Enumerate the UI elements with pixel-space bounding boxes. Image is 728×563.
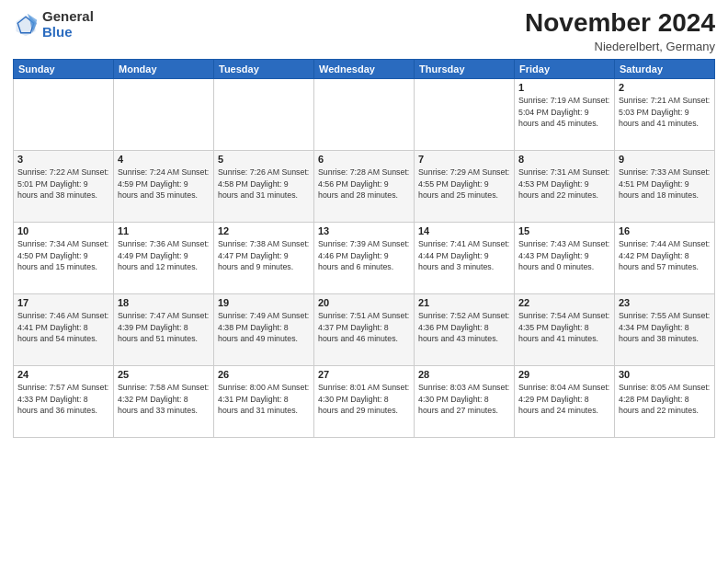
logo-icon [13, 12, 39, 38]
day-info: Sunrise: 7:28 AM Sunset: 4:56 PM Dayligh… [318, 167, 410, 201]
calendar-cell-4-5: 29Sunrise: 8:04 AM Sunset: 4:29 PM Dayli… [515, 365, 615, 437]
calendar-cell-1-5: 8Sunrise: 7:31 AM Sunset: 4:53 PM Daylig… [515, 150, 615, 222]
day-info: Sunrise: 7:39 AM Sunset: 4:46 PM Dayligh… [318, 238, 410, 273]
calendar-cell-2-0: 10Sunrise: 7:34 AM Sunset: 4:50 PM Dayli… [14, 222, 114, 293]
calendar-cell-1-6: 9Sunrise: 7:33 AM Sunset: 4:51 PM Daylig… [615, 150, 715, 222]
day-info: Sunrise: 8:05 AM Sunset: 4:28 PM Dayligh… [619, 382, 711, 417]
day-number: 14 [418, 225, 510, 236]
day-info: Sunrise: 7:44 AM Sunset: 4:42 PM Dayligh… [619, 238, 711, 273]
day-number: 22 [518, 297, 610, 308]
day-info: Sunrise: 8:04 AM Sunset: 4:29 PM Dayligh… [518, 382, 610, 417]
day-info: Sunrise: 8:00 AM Sunset: 4:31 PM Dayligh… [218, 382, 310, 417]
calendar-cell-2-4: 14Sunrise: 7:41 AM Sunset: 4:44 PM Dayli… [415, 222, 515, 293]
page: General Blue November 2024 Niederelbert,… [0, 0, 728, 563]
logo: General Blue [13, 9, 94, 40]
day-info: Sunrise: 7:36 AM Sunset: 4:49 PM Dayligh… [118, 238, 210, 273]
logo-general-text: General [42, 9, 94, 25]
calendar-cell-0-1 [114, 78, 214, 150]
calendar-cell-3-4: 21Sunrise: 7:52 AM Sunset: 4:36 PM Dayli… [415, 293, 515, 365]
day-number: 29 [518, 369, 610, 380]
calendar-cell-3-3: 20Sunrise: 7:51 AM Sunset: 4:37 PM Dayli… [314, 293, 415, 365]
calendar-cell-2-5: 15Sunrise: 7:43 AM Sunset: 4:43 PM Dayli… [515, 222, 615, 293]
calendar-cell-2-3: 13Sunrise: 7:39 AM Sunset: 4:46 PM Dayli… [314, 222, 415, 293]
calendar-cell-1-3: 6Sunrise: 7:28 AM Sunset: 4:56 PM Daylig… [314, 150, 415, 222]
day-info: Sunrise: 7:52 AM Sunset: 4:36 PM Dayligh… [418, 310, 510, 345]
title-area: November 2024 Niederelbert, Germany [525, 9, 715, 53]
calendar-cell-3-0: 17Sunrise: 7:46 AM Sunset: 4:41 PM Dayli… [14, 293, 114, 365]
day-number: 20 [318, 297, 410, 308]
day-number: 6 [318, 154, 410, 165]
calendar-cell-4-3: 27Sunrise: 8:01 AM Sunset: 4:30 PM Dayli… [314, 365, 415, 437]
week-row-4: 24Sunrise: 7:57 AM Sunset: 4:33 PM Dayli… [14, 365, 715, 437]
day-number: 9 [619, 154, 711, 165]
day-number: 10 [17, 225, 109, 236]
day-number: 18 [118, 297, 210, 308]
calendar-cell-1-2: 5Sunrise: 7:26 AM Sunset: 4:58 PM Daylig… [214, 150, 314, 222]
day-number: 7 [418, 154, 510, 165]
day-number: 19 [218, 297, 310, 308]
day-number: 2 [619, 82, 711, 93]
weekday-header-friday: Friday [515, 59, 615, 78]
day-number: 26 [218, 369, 310, 380]
calendar-cell-4-6: 30Sunrise: 8:05 AM Sunset: 4:28 PM Dayli… [615, 365, 715, 437]
calendar-cell-4-0: 24Sunrise: 7:57 AM Sunset: 4:33 PM Dayli… [14, 365, 114, 437]
day-info: Sunrise: 7:22 AM Sunset: 5:01 PM Dayligh… [17, 167, 109, 201]
day-number: 3 [17, 154, 109, 165]
day-number: 1 [518, 82, 610, 93]
day-info: Sunrise: 7:41 AM Sunset: 4:44 PM Dayligh… [418, 238, 510, 273]
day-info: Sunrise: 7:49 AM Sunset: 4:38 PM Dayligh… [218, 310, 310, 345]
calendar-cell-4-4: 28Sunrise: 8:03 AM Sunset: 4:30 PM Dayli… [415, 365, 515, 437]
day-number: 5 [218, 154, 310, 165]
day-info: Sunrise: 7:29 AM Sunset: 4:55 PM Dayligh… [418, 167, 510, 201]
calendar-cell-1-1: 4Sunrise: 7:24 AM Sunset: 4:59 PM Daylig… [114, 150, 214, 222]
location: Niederelbert, Germany [525, 40, 715, 53]
weekday-header-thursday: Thursday [415, 59, 515, 78]
weekday-header-monday: Monday [114, 59, 214, 78]
day-info: Sunrise: 7:19 AM Sunset: 5:04 PM Dayligh… [518, 95, 610, 130]
day-number: 24 [17, 369, 109, 380]
day-number: 23 [619, 297, 711, 308]
day-info: Sunrise: 8:03 AM Sunset: 4:30 PM Dayligh… [418, 382, 510, 417]
calendar-cell-0-6: 2Sunrise: 7:21 AM Sunset: 5:03 PM Daylig… [615, 78, 715, 150]
week-row-3: 17Sunrise: 7:46 AM Sunset: 4:41 PM Dayli… [14, 293, 715, 365]
day-info: Sunrise: 7:34 AM Sunset: 4:50 PM Dayligh… [17, 238, 109, 273]
weekday-header-saturday: Saturday [615, 59, 715, 78]
calendar-cell-2-1: 11Sunrise: 7:36 AM Sunset: 4:49 PM Dayli… [114, 222, 214, 293]
day-info: Sunrise: 7:58 AM Sunset: 4:32 PM Dayligh… [118, 382, 210, 417]
day-number: 27 [318, 369, 410, 380]
weekday-header-row: SundayMondayTuesdayWednesdayThursdayFrid… [14, 59, 715, 78]
calendar-cell-0-2 [214, 78, 314, 150]
calendar-cell-1-0: 3Sunrise: 7:22 AM Sunset: 5:01 PM Daylig… [14, 150, 114, 222]
calendar-cell-0-0 [14, 78, 114, 150]
calendar-table: SundayMondayTuesdayWednesdayThursdayFrid… [13, 59, 715, 438]
calendar-cell-0-3 [314, 78, 415, 150]
week-row-1: 3Sunrise: 7:22 AM Sunset: 5:01 PM Daylig… [14, 150, 715, 222]
day-info: Sunrise: 7:21 AM Sunset: 5:03 PM Dayligh… [619, 95, 711, 130]
calendar-cell-2-6: 16Sunrise: 7:44 AM Sunset: 4:42 PM Dayli… [615, 222, 715, 293]
month-title: November 2024 [525, 9, 715, 38]
calendar-cell-3-2: 19Sunrise: 7:49 AM Sunset: 4:38 PM Dayli… [214, 293, 314, 365]
weekday-header-wednesday: Wednesday [314, 59, 415, 78]
weekday-header-tuesday: Tuesday [214, 59, 314, 78]
day-number: 15 [518, 225, 610, 236]
calendar-cell-3-6: 23Sunrise: 7:55 AM Sunset: 4:34 PM Dayli… [615, 293, 715, 365]
calendar-cell-4-2: 26Sunrise: 8:00 AM Sunset: 4:31 PM Dayli… [214, 365, 314, 437]
day-number: 4 [118, 154, 210, 165]
day-info: Sunrise: 7:55 AM Sunset: 4:34 PM Dayligh… [619, 310, 711, 345]
day-number: 30 [619, 369, 711, 380]
day-info: Sunrise: 7:57 AM Sunset: 4:33 PM Dayligh… [17, 382, 109, 417]
calendar-cell-3-5: 22Sunrise: 7:54 AM Sunset: 4:35 PM Dayli… [515, 293, 615, 365]
day-info: Sunrise: 7:31 AM Sunset: 4:53 PM Dayligh… [518, 167, 610, 201]
calendar-cell-4-1: 25Sunrise: 7:58 AM Sunset: 4:32 PM Dayli… [114, 365, 214, 437]
day-info: Sunrise: 7:51 AM Sunset: 4:37 PM Dayligh… [318, 310, 410, 345]
day-number: 11 [118, 225, 210, 236]
day-number: 12 [218, 225, 310, 236]
day-info: Sunrise: 7:26 AM Sunset: 4:58 PM Dayligh… [218, 167, 310, 201]
weekday-header-sunday: Sunday [14, 59, 114, 78]
day-info: Sunrise: 7:24 AM Sunset: 4:59 PM Dayligh… [118, 167, 210, 201]
day-number: 13 [318, 225, 410, 236]
day-info: Sunrise: 7:38 AM Sunset: 4:47 PM Dayligh… [218, 238, 310, 273]
calendar-cell-3-1: 18Sunrise: 7:47 AM Sunset: 4:39 PM Dayli… [114, 293, 214, 365]
day-info: Sunrise: 7:47 AM Sunset: 4:39 PM Dayligh… [118, 310, 210, 345]
day-number: 25 [118, 369, 210, 380]
